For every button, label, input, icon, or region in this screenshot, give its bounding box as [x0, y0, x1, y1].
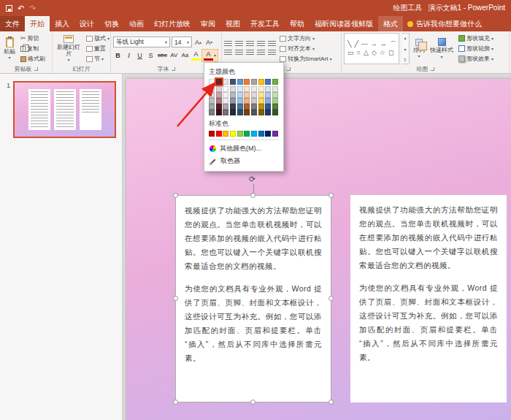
shape-icon[interactable]: ⌒	[390, 41, 396, 47]
tab-slideshow[interactable]: 幻灯片放映	[149, 16, 196, 31]
paste-button[interactable]: 粘贴 ▾	[2, 33, 17, 64]
slide-thumbnail[interactable]	[13, 81, 116, 138]
theme-color-swatch[interactable]	[223, 79, 228, 85]
reset-button[interactable]: 重置	[85, 44, 108, 53]
resize-handle-right[interactable]	[328, 296, 334, 301]
theme-color-shade-swatch[interactable]	[244, 86, 250, 92]
tab-foxit[interactable]: 福昕阅读器领鲜版	[310, 16, 378, 31]
shape-fill-button[interactable]: 形状填充 ▾	[457, 34, 495, 43]
tab-transitions[interactable]: 切换	[99, 16, 124, 31]
theme-color-swatch[interactable]	[209, 79, 215, 85]
change-case-button[interactable]: Aa	[180, 50, 190, 61]
resize-handle-top-left[interactable]	[173, 193, 178, 198]
theme-color-shade-swatch[interactable]	[244, 92, 250, 98]
theme-color-shade-swatch[interactable]	[265, 98, 271, 104]
bold-button[interactable]: B	[113, 50, 123, 61]
shape-icon[interactable]: ○	[357, 50, 361, 56]
dialog-launcher-icon[interactable]	[34, 67, 38, 71]
shape-icon[interactable]: ☆	[380, 50, 385, 56]
text-direction-button[interactable]: 文字方向 ▾	[278, 34, 334, 43]
theme-color-swatch[interactable]	[230, 79, 236, 85]
theme-color-shade-swatch[interactable]	[265, 104, 271, 110]
dialog-launcher-icon[interactable]	[172, 67, 175, 71]
theme-color-swatch[interactable]	[216, 79, 222, 85]
standard-color-swatch[interactable]	[251, 131, 257, 137]
character-spacing-button[interactable]: AV	[169, 50, 179, 61]
shape-icon[interactable]: —	[361, 41, 368, 47]
theme-color-shade-swatch[interactable]	[244, 110, 250, 115]
theme-color-swatch[interactable]	[244, 79, 250, 85]
shape-effects-button[interactable]: 形状效果 ▾	[457, 54, 495, 64]
cut-button[interactable]: ✂ 剪切	[19, 34, 47, 43]
theme-color-shade-swatch[interactable]	[265, 86, 271, 92]
theme-color-shade-swatch[interactable]	[265, 92, 271, 98]
theme-color-shade-swatch[interactable]	[209, 110, 215, 115]
tab-design[interactable]: 设计	[74, 16, 99, 31]
standard-color-swatch[interactable]	[244, 131, 250, 137]
eyedropper-item[interactable]: 取色器	[209, 155, 279, 167]
theme-color-shade-swatch[interactable]	[209, 104, 215, 110]
tab-file[interactable]: 文件	[0, 16, 25, 31]
tab-animations[interactable]: 动画	[124, 16, 149, 31]
shape-icon[interactable]: ↔	[380, 41, 387, 47]
standard-color-swatch[interactable]	[265, 131, 271, 137]
justify-icon[interactable]	[257, 50, 265, 56]
more-colors-item[interactable]: 其他颜色(M)...	[209, 142, 279, 155]
right-textbox[interactable]: 视频提供了功能强大的方法帮助您证明您的观点。当您单击联机视频时，可以在想要添加的…	[350, 195, 507, 402]
standard-color-swatch[interactable]	[237, 131, 243, 137]
theme-color-shade-swatch[interactable]	[216, 98, 222, 104]
arrange-button[interactable]: 排列 ▾	[412, 33, 426, 64]
convert-to-smartart-button[interactable]: 转换为SmartArt ▾	[278, 54, 334, 64]
shape-icon[interactable]: ▭	[347, 50, 354, 56]
align-right-icon[interactable]	[246, 50, 254, 56]
theme-color-swatch[interactable]	[251, 79, 257, 85]
theme-color-swatch[interactable]	[265, 79, 271, 85]
tab-review[interactable]: 审阅	[196, 16, 220, 31]
theme-color-shade-swatch[interactable]	[244, 98, 250, 104]
theme-color-shade-swatch[interactable]	[223, 92, 228, 98]
text-highlight-button[interactable]: A	[191, 50, 201, 61]
shape-icon[interactable]: →	[371, 41, 377, 47]
theme-color-shade-swatch[interactable]	[237, 86, 243, 92]
align-left-icon[interactable]	[224, 50, 232, 56]
dialog-launcher-icon[interactable]	[287, 67, 291, 71]
copy-button[interactable]: 复制	[19, 44, 47, 53]
new-slide-button[interactable]: 新建幻灯片 ▾	[55, 33, 82, 64]
standard-color-swatch[interactable]	[209, 131, 215, 137]
left-textbox[interactable]: 视频提供了功能强大的方法帮助您证明您的观点。当您单击联机视频时，可以在想要添加的…	[175, 195, 331, 402]
increase-indent-icon[interactable]	[257, 41, 265, 47]
standard-color-swatch[interactable]	[223, 131, 228, 137]
tab-view[interactable]: 视图	[220, 16, 245, 31]
layout-button[interactable]: 版式 ▾	[85, 34, 108, 43]
shape-icon[interactable]: ╱	[354, 41, 358, 47]
theme-color-swatch[interactable]	[272, 79, 278, 85]
theme-color-shade-swatch[interactable]	[244, 104, 250, 110]
theme-color-shade-swatch[interactable]	[230, 110, 236, 115]
theme-color-shade-swatch[interactable]	[209, 92, 215, 98]
line-spacing-icon[interactable]	[268, 41, 276, 47]
theme-color-shade-swatch[interactable]	[258, 86, 264, 92]
bullets-icon[interactable]	[224, 41, 232, 47]
tab-help[interactable]: 帮助	[285, 16, 310, 31]
theme-color-shade-swatch[interactable]	[272, 104, 278, 110]
theme-color-shade-swatch[interactable]	[223, 98, 228, 104]
theme-color-shade-swatch[interactable]	[265, 110, 271, 115]
theme-color-shade-swatch[interactable]	[272, 98, 278, 104]
shapes-gallery-scrollbar[interactable]: ▴ ▾ ≡	[402, 33, 410, 64]
chevron-down-icon[interactable]: ▾	[404, 47, 406, 52]
theme-color-shade-swatch[interactable]	[272, 86, 278, 92]
resize-handle-bottom-right[interactable]	[328, 400, 334, 405]
decrease-indent-icon[interactable]	[246, 41, 254, 47]
standard-color-swatch[interactable]	[258, 131, 264, 137]
grow-font-button[interactable]: A▴	[193, 37, 203, 47]
font-size-select[interactable]: 14 ▾	[172, 37, 192, 47]
theme-color-shade-swatch[interactable]	[216, 92, 222, 98]
theme-color-shade-swatch[interactable]	[272, 110, 278, 115]
tab-home[interactable]: 开始	[25, 16, 50, 31]
theme-color-shade-swatch[interactable]	[251, 86, 257, 92]
theme-color-shade-swatch[interactable]	[230, 92, 236, 98]
standard-color-swatch[interactable]	[272, 131, 278, 137]
font-name-select[interactable]: 等线 Light ▾	[113, 37, 170, 47]
redo-icon[interactable]: ↷	[29, 4, 36, 12]
dialog-launcher-icon[interactable]	[431, 67, 434, 71]
